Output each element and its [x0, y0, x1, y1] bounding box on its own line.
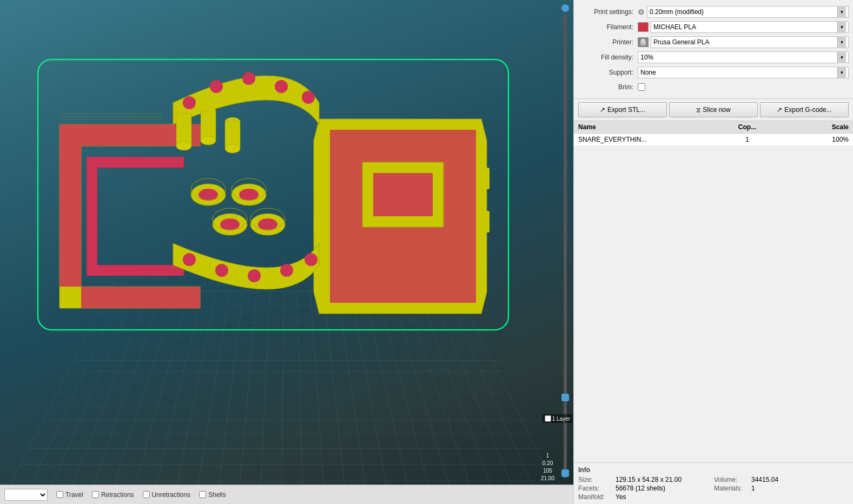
- spacer: [574, 298, 853, 462]
- info-facets-row: Facets: 56678 (12 shells): [578, 485, 713, 492]
- printer-icon: [638, 37, 649, 47]
- print-settings-label: Print settings:: [578, 8, 638, 16]
- info-facets-label: Facets:: [578, 485, 613, 492]
- layer-numbers-display: 1 0.20 105 21.00: [541, 452, 554, 482]
- brim-row: Brim:: [574, 80, 853, 94]
- info-facets-value: 56678 (12 shells): [616, 485, 665, 492]
- fill-density-dropdown-arrow[interactable]: ▼: [837, 51, 846, 63]
- svg-point-16: [302, 91, 315, 104]
- filament-label: Filament:: [578, 23, 638, 31]
- export-gcode-label: Export G-code...: [784, 106, 831, 114]
- object-list-header: Name Cop... Scale: [574, 121, 853, 134]
- brim-checkbox[interactable]: [638, 83, 645, 91]
- fill-density-input[interactable]: 10% ▼: [638, 51, 849, 63]
- print-settings-row: Print settings: ⚙ 0.20mm (modified) ▼: [574, 4, 853, 19]
- retractions-checkbox-item[interactable]: Retractions: [92, 491, 134, 499]
- export-gcode-button[interactable]: ↗ Export G-code...: [760, 102, 849, 117]
- filament-value-text: MICHAEL PLA: [653, 23, 837, 31]
- one-layer-checkbox[interactable]: [545, 415, 551, 422]
- one-layer-area[interactable]: 1 Layer: [543, 414, 572, 423]
- support-label: Support:: [578, 69, 638, 76]
- support-dropdown-arrow[interactable]: ▼: [837, 67, 846, 78]
- travel-checkbox-item[interactable]: Travel: [56, 491, 83, 499]
- travel-checkbox[interactable]: [56, 491, 63, 498]
- printer-input[interactable]: Prusa General PLA ▼: [651, 36, 849, 48]
- 3d-model: [16, 27, 530, 362]
- printer-row: Printer: Prusa General PLA ▼: [574, 35, 853, 50]
- retractions-label: Retractions: [101, 491, 134, 499]
- filament-dropdown-arrow[interactable]: ▼: [837, 21, 846, 33]
- brim-label: Brim:: [578, 83, 638, 91]
- layer-height-2100: 21.00: [541, 475, 554, 482]
- svg-point-14: [242, 72, 255, 85]
- svg-point-41: [258, 218, 277, 230]
- fill-density-value-container: 10% ▼: [638, 51, 849, 63]
- settings-area: Print settings: ⚙ 0.20mm (modified) ▼ Fi…: [574, 0, 853, 99]
- svg-point-15: [275, 80, 288, 93]
- print-settings-value-text: 0.20mm (modified): [650, 8, 837, 16]
- svg-rect-44: [642, 39, 645, 41]
- svg-point-38: [220, 218, 240, 230]
- layer-top-indicator: [561, 4, 569, 12]
- info-manifold-row: Manifold: Yes: [578, 493, 713, 501]
- info-materials-value: 1: [751, 485, 755, 492]
- svg-point-20: [280, 264, 293, 277]
- svg-rect-1: [59, 124, 81, 287]
- printer-dropdown-arrow[interactable]: ▼: [837, 36, 846, 48]
- info-grid: Size: 129.15 x 54.28 x 21.00 Volume: 344…: [578, 476, 849, 501]
- filament-color-swatch[interactable]: [638, 22, 649, 32]
- svg-rect-10: [479, 168, 490, 189]
- slice-now-button[interactable]: ⧖ Slice now: [669, 102, 758, 117]
- settings-gear-icon: ⚙: [638, 8, 645, 16]
- support-value-container: None ▼: [638, 67, 849, 78]
- info-materials-row: Materials: 1: [714, 485, 849, 492]
- viewport-3d[interactable]: 1 0.20 105 21.00 1 Layer Travel Re: [0, 0, 573, 504]
- info-volume-row: Volume: 34415.04: [714, 476, 849, 483]
- info-title: Info: [578, 466, 849, 474]
- layer-thumb: [561, 469, 569, 477]
- object-copies-0: 1: [713, 136, 781, 143]
- print-settings-dropdown-arrow[interactable]: ▼: [837, 6, 846, 18]
- support-row: Support: None ▼: [574, 65, 853, 80]
- object-scale-0: 100%: [781, 136, 849, 143]
- shells-checkbox[interactable]: [199, 491, 206, 498]
- col-header-scale: Scale: [781, 123, 849, 131]
- retractions-checkbox[interactable]: [92, 491, 99, 498]
- info-manifold-label: Manifold:: [578, 493, 613, 501]
- info-manifold-value: Yes: [616, 493, 626, 501]
- layer-number-1: 1: [541, 452, 554, 460]
- layer-number-105: 105: [541, 467, 554, 475]
- svg-rect-23: [176, 114, 191, 146]
- object-list-item-0[interactable]: SNARE_EVERYTHIN... 1 100%: [574, 134, 853, 146]
- col-header-copies: Cop...: [713, 123, 781, 131]
- svg-rect-45: [641, 43, 645, 45]
- export-stl-button[interactable]: ↗ Export STL...: [578, 102, 667, 117]
- object-name-0: SNARE_EVERYTHIN...: [578, 136, 713, 143]
- info-materials-label: Materials:: [714, 485, 749, 492]
- svg-rect-6: [373, 173, 433, 216]
- info-size-row: Size: 129.15 x 54.28 x 21.00: [578, 476, 713, 483]
- svg-rect-11: [479, 211, 490, 233]
- viewport-toolbar: Travel Retractions Unretractions Shells: [0, 485, 573, 504]
- svg-point-35: [239, 189, 259, 201]
- print-settings-value-container: ⚙ 0.20mm (modified) ▼: [638, 6, 849, 18]
- support-value-text: None: [640, 69, 837, 76]
- info-volume-value: 34415.04: [751, 476, 778, 483]
- info-section: Info Size: 129.15 x 54.28 x 21.00 Volume…: [574, 462, 853, 504]
- layer-track: [564, 14, 567, 478]
- unretractions-checkbox-item[interactable]: Unretractions: [143, 491, 190, 499]
- layer-slider[interactable]: [557, 0, 573, 485]
- svg-rect-3: [81, 287, 200, 308]
- filament-input[interactable]: MICHAEL PLA ▼: [651, 21, 849, 33]
- print-settings-input[interactable]: 0.20mm (modified) ▼: [647, 6, 849, 18]
- one-layer-label: 1 Layer: [552, 416, 570, 422]
- shells-checkbox-item[interactable]: Shells: [199, 491, 226, 499]
- support-input[interactable]: None ▼: [638, 67, 849, 78]
- svg-point-27: [201, 136, 216, 145]
- info-size-value: 129.15 x 54.28 x 21.00: [616, 476, 682, 483]
- export-gcode-icon: ↗: [777, 106, 782, 114]
- svg-rect-7: [314, 168, 325, 189]
- printer-label: Printer:: [578, 38, 638, 46]
- unretractions-checkbox[interactable]: [143, 491, 150, 498]
- viewport-dropdown[interactable]: [4, 489, 48, 501]
